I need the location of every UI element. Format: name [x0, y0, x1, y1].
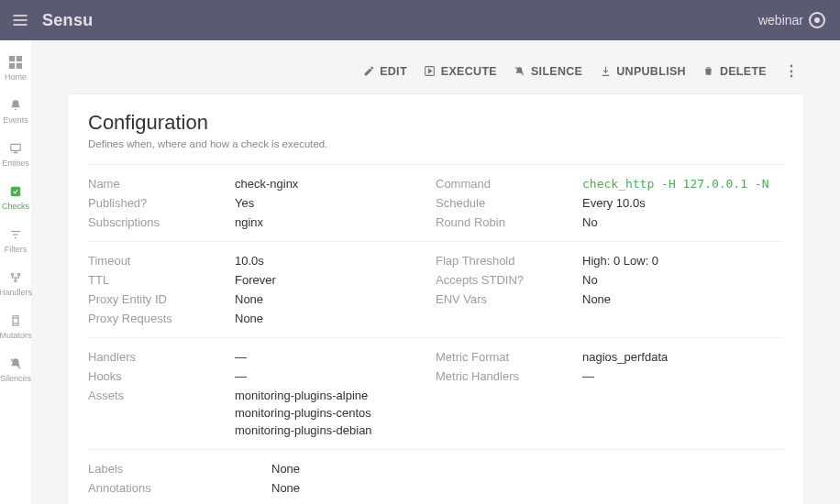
- topbar: Sensu webinar: [0, 0, 840, 40]
- value-schedule: Every 10.0s: [582, 196, 646, 210]
- section-metadata: LabelsNone AnnotationsNone: [88, 449, 783, 504]
- mutators-icon: [8, 313, 23, 328]
- configuration-card: Configuration Defines when, where and ho…: [68, 94, 803, 504]
- section-pipeline: Handlers— Hooks— Assets monitoring-plugi…: [88, 337, 783, 449]
- label-schedule: Schedule: [436, 196, 582, 210]
- namespace-label: webinar: [758, 13, 803, 27]
- delete-button[interactable]: DELETE: [702, 65, 767, 78]
- sidebar-item-label: Silences: [0, 374, 31, 383]
- value-flap: High: 0 Low: 0: [582, 254, 658, 268]
- label-name: Name: [88, 177, 235, 191]
- page-title: Configuration: [88, 111, 783, 135]
- sidebar-item-checks[interactable]: Checks: [0, 184, 31, 211]
- svg-point-14: [11, 273, 13, 275]
- label-annotations: Annotations: [88, 481, 271, 495]
- asset-item: monitoring-plugins-alpine: [235, 389, 372, 402]
- namespace-icon: [809, 12, 825, 28]
- sidebar-item-handlers[interactable]: Handlers: [0, 270, 31, 297]
- value-proxyreq: None: [235, 312, 263, 325]
- svg-rect-7: [11, 144, 21, 150]
- namespace-picker[interactable]: webinar: [758, 12, 825, 28]
- value-roundrobin: No: [582, 215, 598, 229]
- svg-rect-4: [17, 56, 22, 61]
- sidebar-item-home[interactable]: Home: [0, 55, 31, 82]
- action-label: EDIT: [380, 65, 407, 78]
- sidebar-item-silences[interactable]: Silences: [0, 356, 31, 383]
- sidebar-item-label: Handlers: [0, 288, 32, 297]
- section-timing: Timeout10.0s TTLForever Proxy Entity IDN…: [88, 241, 783, 337]
- brand-logo: Sensu: [42, 11, 94, 30]
- dashboard-icon: [8, 55, 23, 70]
- filter-icon: [8, 227, 23, 242]
- svg-rect-10: [11, 187, 21, 197]
- value-command: check_http -H 127.0.0.1 -N: [582, 177, 769, 191]
- handlers-icon: [8, 270, 23, 285]
- execute-button[interactable]: EXECUTE: [424, 65, 497, 78]
- label-flap: Flap Threshold: [436, 254, 582, 268]
- svg-point-16: [15, 279, 17, 281]
- label-labels: Labels: [88, 462, 271, 476]
- menu-icon[interactable]: [7, 7, 33, 33]
- trash-icon: [702, 65, 715, 78]
- sidebar-item-label: Entities: [2, 159, 29, 168]
- page-subtitle: Defines when, where and how a check is e…: [88, 138, 783, 149]
- sidebar-item-label: Checks: [2, 202, 29, 211]
- svg-point-15: [17, 273, 19, 275]
- sidebar-item-label: Mutators: [0, 331, 32, 340]
- label-metricformat: Metric Format: [436, 350, 582, 364]
- label-command: Command: [436, 177, 582, 191]
- value-handlers: —: [235, 350, 247, 364]
- sidebar-item-entities[interactable]: Entities: [0, 141, 31, 168]
- action-bar: EDIT EXECUTE SILENCE UNPUBLISH DELETE ⋮: [68, 40, 803, 94]
- label-ttl: TTL: [88, 273, 235, 287]
- value-env: None: [582, 292, 611, 306]
- label-metrichandlers: Metric Handlers: [436, 369, 582, 383]
- value-name: check-nginx: [235, 177, 298, 191]
- label-published: Published?: [88, 196, 235, 210]
- value-timeout: 10.0s: [235, 254, 264, 268]
- silence-button[interactable]: SILENCE: [514, 65, 582, 78]
- silence-icon: [8, 356, 23, 371]
- kebab-icon: ⋮: [784, 63, 799, 79]
- label-roundrobin: Round Robin: [436, 215, 582, 229]
- label-stdin: Accepts STDIN?: [436, 273, 582, 287]
- monitor-icon: [8, 141, 23, 156]
- value-assets: monitoring-plugins-alpine monitoring-plu…: [235, 389, 372, 437]
- value-annotations: None: [271, 481, 300, 495]
- action-label: EXECUTE: [441, 65, 497, 78]
- sidebar: Home Events Entities Checks Filters Hand…: [0, 40, 31, 504]
- value-labels: None: [271, 462, 300, 476]
- sidebar-item-filters[interactable]: Filters: [0, 227, 31, 254]
- value-hooks: —: [235, 369, 247, 383]
- svg-rect-3: [9, 56, 15, 61]
- label-hooks: Hooks: [88, 369, 235, 383]
- sidebar-item-label: Events: [3, 115, 28, 125]
- section-identity: Namecheck-nginx Published?Yes Subscripti…: [88, 164, 783, 241]
- sidebar-item-label: Filters: [5, 245, 28, 254]
- action-label: SILENCE: [531, 65, 582, 78]
- play-icon: [424, 65, 437, 78]
- value-stdin: No: [582, 273, 598, 287]
- value-metrichandlers: —: [582, 369, 594, 383]
- main-content: EDIT EXECUTE SILENCE UNPUBLISH DELETE ⋮: [31, 40, 840, 504]
- label-timeout: Timeout: [88, 254, 235, 268]
- bell-off-icon: [514, 65, 526, 78]
- label-proxyreq: Proxy Requests: [88, 312, 235, 325]
- label-env: ENV Vars: [436, 292, 582, 306]
- sidebar-item-mutators[interactable]: Mutators: [0, 313, 31, 340]
- label-proxyentity: Proxy Entity ID: [88, 292, 235, 306]
- more-actions-button[interactable]: ⋮: [783, 62, 800, 80]
- value-proxyentity: None: [235, 292, 263, 306]
- edit-button[interactable]: EDIT: [362, 65, 407, 78]
- label-subscriptions: Subscriptions: [88, 215, 235, 229]
- value-ttl: Forever: [235, 273, 276, 287]
- svg-rect-6: [17, 63, 22, 69]
- value-metricformat: nagios_perfdata: [582, 350, 668, 364]
- sidebar-item-events[interactable]: Events: [0, 98, 31, 125]
- label-assets: Assets: [88, 389, 235, 402]
- asset-item: monitoring-plugins-centos: [235, 406, 372, 420]
- svg-rect-17: [13, 318, 18, 323]
- pencil-icon: [362, 65, 375, 78]
- svg-marker-20: [429, 69, 432, 72]
- unpublish-button[interactable]: UNPUBLISH: [599, 65, 686, 78]
